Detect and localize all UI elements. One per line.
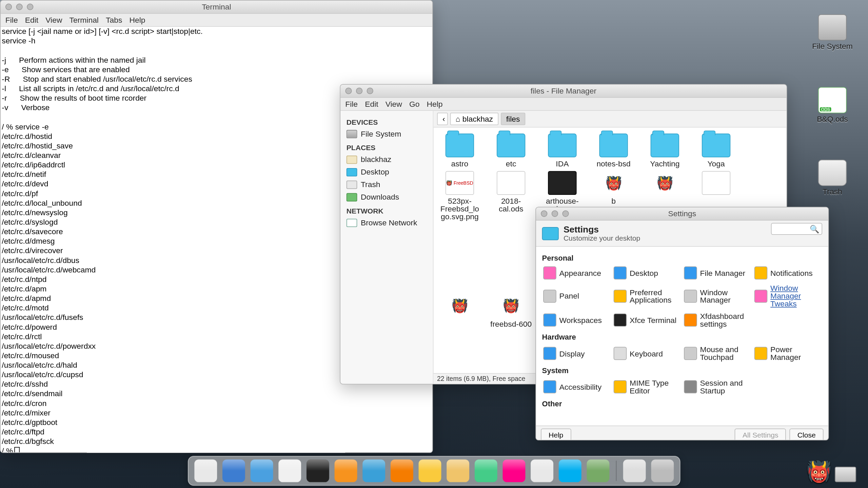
- disk-icon[interactable]: [835, 467, 856, 482]
- dock-app[interactable]: [419, 460, 441, 482]
- sidebar-item-filesystem[interactable]: File System: [340, 127, 433, 140]
- settings-item[interactable]: Xfdashboard settings: [683, 310, 750, 329]
- maximize-icon[interactable]: [367, 88, 373, 94]
- path-home-button[interactable]: ⌂ blackhaz: [450, 113, 498, 125]
- settings-footer: Help All Settings Close: [536, 426, 828, 441]
- menu-edit[interactable]: Edit: [25, 16, 38, 24]
- dock-app[interactable]: [307, 460, 329, 482]
- settings-item[interactable]: File Manager: [683, 265, 750, 281]
- menu-help[interactable]: Help: [427, 100, 443, 108]
- file-item[interactable]: astro: [438, 134, 481, 167]
- settings-item[interactable]: Preferred Applications: [612, 283, 679, 309]
- dock-app[interactable]: [623, 460, 646, 482]
- help-button[interactable]: Help: [541, 428, 571, 441]
- settings-titlebar[interactable]: Settings: [536, 207, 828, 221]
- file-item[interactable]: 👹: [438, 294, 481, 328]
- maximize-icon[interactable]: [27, 4, 33, 10]
- settings-subtitle: Customize your desktop: [564, 234, 640, 243]
- settings-item[interactable]: Mouse and Touchpad: [683, 344, 750, 363]
- path-back-button[interactable]: ‹: [437, 113, 448, 125]
- folder-icon: [347, 168, 357, 176]
- maximize-icon[interactable]: [562, 210, 569, 217]
- menu-file[interactable]: File: [5, 16, 18, 24]
- menu-view[interactable]: View: [386, 100, 402, 108]
- file-item[interactable]: Yoga: [695, 134, 738, 167]
- close-icon[interactable]: [541, 210, 547, 217]
- file-label: Yachting: [644, 160, 687, 167]
- settings-item[interactable]: Notifications: [753, 265, 820, 281]
- dock-app[interactable]: [531, 460, 553, 482]
- settings-item-label: Accessibility: [559, 383, 602, 391]
- settings-item[interactable]: Appearance: [542, 265, 609, 281]
- desktop-icon-ods[interactable]: B&Q.ods: [811, 87, 854, 123]
- all-settings-button[interactable]: All Settings: [735, 428, 786, 441]
- home-icon: [347, 155, 357, 164]
- dock-app[interactable]: [391, 460, 413, 482]
- path-current-button[interactable]: files: [501, 113, 525, 125]
- dock-app[interactable]: [447, 460, 469, 482]
- sidebar-item-downloads[interactable]: Downloads: [340, 191, 433, 203]
- menu-tabs[interactable]: Tabs: [106, 16, 122, 24]
- dock-app[interactable]: [362, 460, 385, 482]
- settings-item[interactable]: Panel: [542, 283, 609, 309]
- file-item[interactable]: IDA: [541, 134, 584, 167]
- menu-go[interactable]: Go: [409, 100, 420, 108]
- filemanager-sidebar: DEVICES File System PLACES blackhaz Desk…: [340, 111, 433, 384]
- dock-app[interactable]: [559, 460, 581, 482]
- dock-app[interactable]: [475, 460, 497, 482]
- menu-help[interactable]: Help: [129, 16, 145, 24]
- ods-icon: [497, 171, 525, 195]
- sidebar-item-home[interactable]: blackhaz: [340, 153, 433, 166]
- menu-edit[interactable]: Edit: [365, 100, 378, 108]
- file-item[interactable]: etc: [490, 134, 533, 167]
- dock-app[interactable]: [278, 460, 301, 482]
- settings-item-label: Session and Startup: [700, 379, 748, 394]
- settings-item[interactable]: Xfce Terminal: [612, 310, 679, 329]
- file-label: 2018-cal.ods: [490, 197, 533, 213]
- file-item[interactable]: 2018-cal.ods: [490, 171, 533, 290]
- devil-icon: 👹: [497, 294, 525, 318]
- dock-app[interactable]: [502, 460, 525, 482]
- file-item[interactable]: Yachting: [644, 134, 687, 167]
- settings-search-input[interactable]: 🔍: [771, 223, 822, 235]
- settings-item-icon: [543, 266, 556, 280]
- settings-item[interactable]: MIME Type Editor: [612, 377, 679, 396]
- settings-item[interactable]: Power Manager: [753, 344, 820, 363]
- menu-terminal[interactable]: Terminal: [70, 16, 99, 24]
- close-icon[interactable]: [5, 4, 12, 10]
- settings-item[interactable]: Accessibility: [542, 377, 609, 396]
- sidebar-item-trash[interactable]: Trash: [340, 178, 433, 191]
- settings-item[interactable]: Keyboard: [612, 344, 679, 363]
- desktop-icon-trash[interactable]: Trash: [811, 160, 854, 196]
- window-title: Terminal: [1, 2, 432, 11]
- menu-file[interactable]: File: [345, 100, 358, 108]
- file-item[interactable]: 👹freebsd-600: [490, 294, 533, 328]
- desktop-icon-filesystem[interactable]: File System: [811, 14, 854, 50]
- terminal-titlebar[interactable]: Terminal: [1, 1, 432, 14]
- close-icon[interactable]: [345, 88, 352, 94]
- filemanager-titlebar[interactable]: files - File Manager: [340, 85, 786, 98]
- dock-app[interactable]: [222, 460, 245, 482]
- file-item[interactable]: 👹 FreeBSD523px-Freebsd_logo.svg.png: [438, 171, 481, 290]
- settings-item[interactable]: Session and Startup: [683, 377, 750, 396]
- minimize-icon[interactable]: [16, 4, 22, 10]
- sidebar-item-desktop[interactable]: Desktop: [340, 166, 433, 178]
- menu-view[interactable]: View: [45, 16, 62, 24]
- dock-app[interactable]: [651, 460, 674, 482]
- dock-app[interactable]: [251, 460, 273, 482]
- minimize-icon[interactable]: [356, 88, 362, 94]
- dock-app[interactable]: [194, 460, 217, 482]
- settings-item[interactable]: Window Manager: [683, 283, 750, 309]
- settings-item[interactable]: Display: [542, 344, 609, 363]
- file-item[interactable]: notes-bsd: [592, 134, 635, 167]
- settings-item[interactable]: Desktop: [612, 265, 679, 281]
- minimize-icon[interactable]: [552, 210, 558, 217]
- close-button[interactable]: Close: [790, 428, 824, 441]
- dock-app[interactable]: [335, 460, 357, 482]
- desktop-icon-label: Trash: [811, 187, 854, 196]
- dock-app[interactable]: [587, 460, 609, 482]
- sidebar-item-network[interactable]: Browse Network: [340, 216, 433, 229]
- settings-item-icon: [684, 266, 697, 280]
- settings-item[interactable]: Workspaces: [542, 310, 609, 329]
- settings-item[interactable]: Window Manager Tweaks: [753, 283, 820, 309]
